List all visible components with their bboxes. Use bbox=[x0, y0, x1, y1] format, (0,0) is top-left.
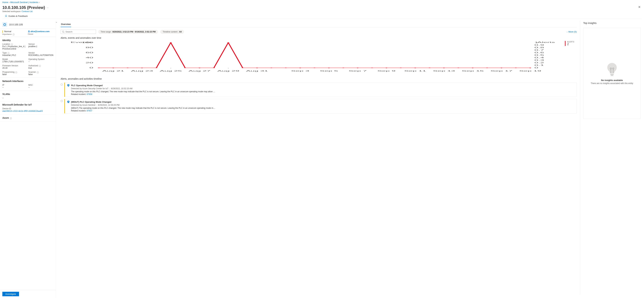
svg-point-70 bbox=[342, 68, 344, 68]
vendor-label: Vendor bbox=[28, 52, 54, 54]
svg-point-64 bbox=[256, 68, 258, 68]
shield-icon: ! bbox=[67, 100, 70, 103]
related-label: Related incident: bbox=[71, 110, 87, 112]
time-range-pill[interactable]: Time range : 8/20/2022, 3:52:23 PM - 9/1… bbox=[98, 30, 158, 34]
info-icon[interactable]: i bbox=[39, 65, 41, 67]
more-icon[interactable]: ··· bbox=[47, 6, 49, 9]
svg-point-57 bbox=[155, 68, 158, 68]
timeline-heading: Alerts, anomalies and activities timelin… bbox=[60, 78, 577, 80]
identity-section: Identity Location iFa 1 | Production_lin… bbox=[0, 37, 56, 78]
identity-heading: Identity bbox=[2, 39, 53, 42]
azure-heading: Azure bbox=[2, 116, 9, 119]
svg-text:0.7: 0.7 bbox=[534, 49, 544, 51]
svg-text:Aug 21: Aug 21 bbox=[102, 70, 124, 72]
close-icon[interactable]: ✕ bbox=[638, 5, 641, 9]
alert-title: (MDIoT) PLC Operating Mode Changed bbox=[71, 101, 112, 103]
svg-text:0.5: 0.5 bbox=[534, 54, 544, 56]
sensor-value: prodline.1 bbox=[28, 45, 54, 48]
svg-point-53 bbox=[98, 68, 100, 68]
svg-point-60 bbox=[198, 68, 200, 68]
alerts-label: ALERTS bbox=[567, 41, 574, 43]
guides-feedback-link[interactable]: Guides & Feedback bbox=[8, 15, 28, 17]
alerts-badge: ALERTS 2 bbox=[565, 41, 577, 74]
svg-point-59 bbox=[184, 68, 186, 68]
svg-text:0.4: 0.4 bbox=[534, 57, 544, 58]
info-icon[interactable]: i bbox=[10, 117, 12, 119]
svg-text:Sep 9: Sep 9 bbox=[378, 70, 396, 72]
svg-text:Sep 11: Sep 11 bbox=[404, 70, 426, 72]
authorized-label: Authorized bbox=[28, 64, 38, 67]
svg-text:Aug 29: Aug 29 bbox=[217, 70, 239, 72]
chart-title: Alerts, events and anomalies over time bbox=[60, 36, 577, 39]
info-icon[interactable]: i bbox=[15, 72, 17, 73]
shield-icon: ! bbox=[67, 84, 70, 87]
location-label: Location bbox=[2, 43, 10, 45]
insights-card: No insights available There are no insig… bbox=[583, 28, 641, 119]
svg-text:0.6: 0.6 bbox=[534, 52, 544, 54]
no-insights-desc: There are no insights associated with th… bbox=[591, 82, 633, 84]
feedback-icon bbox=[5, 15, 8, 17]
alert-source: Detected by Azure Security Center for Io… bbox=[71, 87, 108, 90]
svg-text:20: 20 bbox=[86, 62, 93, 64]
svg-text:0: 0 bbox=[90, 67, 93, 69]
info-icon[interactable]: i bbox=[8, 52, 10, 54]
svg-text:Sep 17: Sep 17 bbox=[490, 70, 512, 72]
svg-text:Sep 7: Sep 7 bbox=[348, 70, 367, 72]
svg-text:1: 1 bbox=[534, 42, 538, 44]
scanner-label: Scanner bbox=[28, 71, 36, 73]
vlans-section: VLANs -- bbox=[0, 91, 56, 101]
search-input[interactable] bbox=[60, 30, 96, 34]
investigate-button[interactable]: Investigate bbox=[2, 292, 19, 296]
entity-name: 10.0.100.105 bbox=[9, 23, 23, 26]
programming-value: false bbox=[2, 73, 28, 76]
device-id-label: Device ID bbox=[2, 108, 53, 110]
chip-icon bbox=[2, 22, 7, 27]
svg-text:0: 0 bbox=[534, 67, 538, 69]
svg-point-81 bbox=[500, 68, 502, 68]
page-title: 10.0.100.105 (Preview) bbox=[2, 5, 45, 10]
more-link[interactable]: ⌄More (5) bbox=[566, 30, 577, 33]
alert-desc: (MDIoT) The operating mode on this PLC c… bbox=[71, 107, 574, 109]
alert-desc: The operating mode on this PLC changed. … bbox=[71, 90, 574, 93]
device-id-link[interactable]: dab39013-c310-4e1b-8f5f-cb94b618aa83 bbox=[2, 110, 43, 112]
insights-heading: Top insights bbox=[583, 22, 641, 24]
radio-icon[interactable] bbox=[60, 100, 62, 102]
left-panel: 10.0.100.105 Normal Importance i alice@c… bbox=[0, 20, 56, 298]
related-incident-link[interactable]: 87858 bbox=[87, 93, 92, 96]
svg-point-71 bbox=[357, 68, 359, 68]
tab-overview[interactable]: Overview bbox=[60, 22, 71, 27]
related-incident-link[interactable]: 87937 bbox=[87, 110, 92, 112]
workspace-link[interactable]: Contoso Ltd. bbox=[22, 10, 33, 13]
info-icon[interactable]: i bbox=[12, 34, 14, 35]
ip-value: -- bbox=[2, 86, 28, 88]
owner-link[interactable]: alice@contoso.com bbox=[30, 30, 50, 33]
alerts-count: 2 bbox=[567, 43, 574, 46]
svg-point-65 bbox=[270, 68, 272, 68]
timeline-content-pill[interactable]: Timeline content : All bbox=[160, 30, 184, 34]
toolbar: Guides & Feedback bbox=[2, 13, 642, 19]
info-icon[interactable]: i bbox=[11, 44, 13, 45]
collapse-panel-icon[interactable]: « bbox=[56, 21, 57, 23]
svg-point-69 bbox=[328, 68, 330, 68]
model-value: 1756-L71/B LOGIX5571 bbox=[2, 60, 28, 63]
svg-text:Alerts: Alerts bbox=[537, 42, 555, 43]
person-icon bbox=[28, 30, 30, 32]
chevron-down-icon: ⌄ bbox=[566, 31, 568, 33]
timeline-item[interactable]: !(MDIoT) PLC Operating Mode ChangedDetec… bbox=[60, 99, 577, 114]
page-header: 10.0.100.105 (Preview) ··· Selected work… bbox=[0, 4, 644, 20]
svg-point-77 bbox=[443, 68, 445, 68]
radio-icon[interactable] bbox=[60, 84, 62, 86]
breadcrumb-sentinel[interactable]: Microsoft Sentinel | Incidents bbox=[10, 1, 38, 4]
network-heading: Network Interfaces bbox=[2, 80, 53, 82]
search-field[interactable] bbox=[66, 30, 94, 33]
svg-point-72 bbox=[371, 68, 373, 68]
info-icon[interactable]: i bbox=[37, 72, 39, 73]
svg-point-73 bbox=[386, 68, 388, 68]
scanner-value: false bbox=[28, 73, 54, 76]
mac-value: -- bbox=[28, 86, 54, 88]
authorized-value: true bbox=[28, 67, 54, 69]
importance-level: Normal bbox=[4, 30, 11, 33]
svg-text:0.1: 0.1 bbox=[534, 64, 544, 66]
timeline-item[interactable]: !PLC Operating Mode ChangedDetected by A… bbox=[60, 82, 577, 97]
breadcrumb-home[interactable]: Home bbox=[2, 1, 8, 4]
